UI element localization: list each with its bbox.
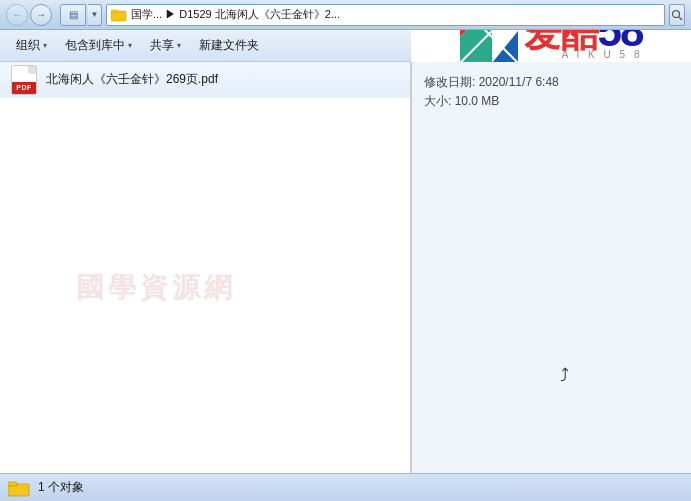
address-text: 国学... ▶ D1529 北海闲人《六壬金针》2... xyxy=(131,7,340,22)
share-button[interactable]: 共享 ▾ xyxy=(142,34,189,58)
include-chevron: ▾ xyxy=(128,41,132,50)
pdf-label-badge: PDF xyxy=(12,82,36,94)
svg-line-3 xyxy=(679,17,682,20)
status-folder-icon xyxy=(8,479,30,497)
svg-rect-11 xyxy=(8,482,17,486)
nav-buttons: ← → ▤ ▼ xyxy=(6,4,102,26)
status-bar: 1 个对象 xyxy=(0,473,691,501)
file-item[interactable]: PDF 北海闲人《六壬金针》269页.pdf xyxy=(0,62,410,98)
title-bar: ← → ▤ ▼ 国学... ▶ D1529 北海闲人《六壬金针》2... xyxy=(0,0,691,30)
new-folder-button[interactable]: 新建文件夹 xyxy=(191,34,267,58)
include-library-button[interactable]: 包含到库中 ▾ xyxy=(57,34,140,58)
toolbar: 组织 ▾ 包含到库中 ▾ 共享 ▾ 新建文件夹 xyxy=(0,30,411,62)
up-dropdown[interactable]: ▼ xyxy=(88,4,102,26)
organize-button[interactable]: 组织 ▾ xyxy=(8,34,55,58)
size-label: 大小: 10.0 MB xyxy=(424,93,679,110)
svg-point-2 xyxy=(673,10,680,17)
file-name: 北海闲人《六壬金针》269页.pdf xyxy=(46,71,402,88)
svg-rect-1 xyxy=(111,10,118,13)
status-count: 1 个对象 xyxy=(38,479,84,496)
logo-subtitle: A I K U 5 8 xyxy=(562,49,643,60)
address-bar[interactable]: 国学... ▶ D1529 北海闲人《六壬金针》2... xyxy=(106,4,665,26)
detail-panel: 修改日期: 2020/11/7 6:48 大小: 10.0 MB xyxy=(411,62,691,473)
share-chevron: ▾ xyxy=(177,41,181,50)
folder-icon xyxy=(111,8,127,22)
search-icon xyxy=(671,9,683,21)
pdf-file-icon: PDF xyxy=(8,62,40,98)
back-button[interactable]: ← xyxy=(6,4,28,26)
up-button[interactable]: ▤ xyxy=(60,4,86,26)
file-list-area: PDF 北海闲人《六壬金针》269页.pdf 國學資源網 xyxy=(0,62,411,473)
watermark: 國學資源網 xyxy=(76,269,236,307)
organize-chevron: ▾ xyxy=(43,41,47,50)
modified-date-label: 修改日期: 2020/11/7 6:48 xyxy=(424,74,679,91)
forward-button[interactable]: → xyxy=(30,4,52,26)
search-button[interactable] xyxy=(669,4,685,26)
